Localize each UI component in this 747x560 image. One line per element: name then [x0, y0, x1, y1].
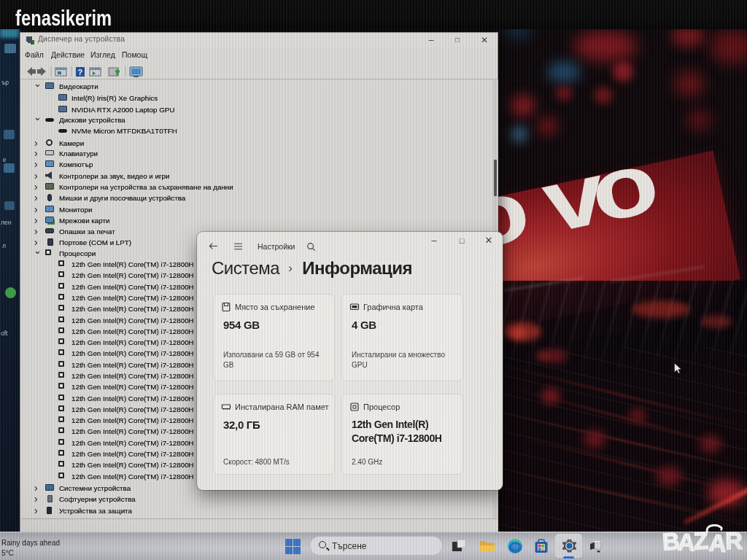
svg-text:?: ?	[78, 68, 83, 77]
